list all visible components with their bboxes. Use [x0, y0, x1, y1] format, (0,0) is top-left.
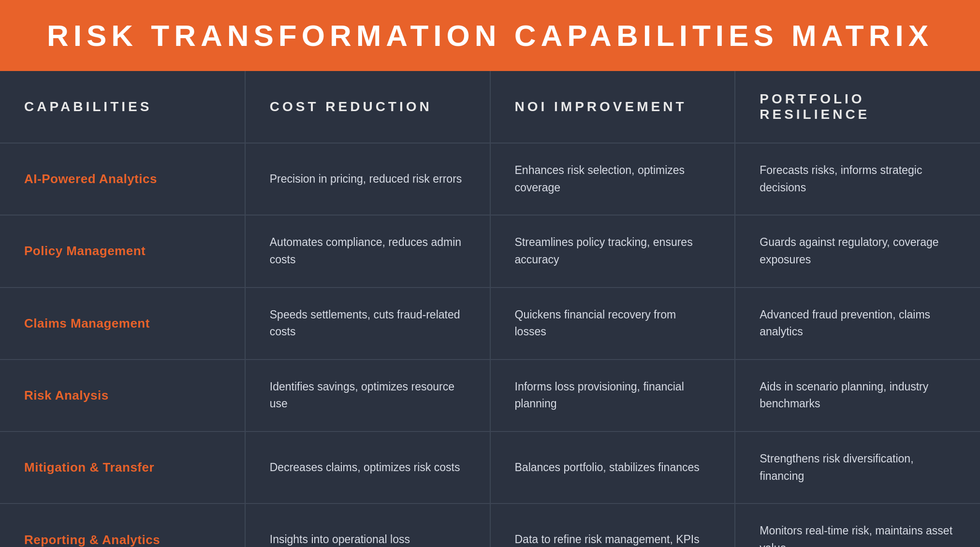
noi-improvement-cell: Enhances risk selection, optimizes cover… — [490, 143, 735, 215]
table-row: Policy ManagementAutomates compliance, r… — [0, 215, 980, 287]
portfolio-resilience-text: Guards against regulatory, coverage expo… — [760, 236, 938, 266]
noi-improvement-cell: Quickens financial recovery from losses — [490, 288, 735, 360]
capabilities-matrix: CAPABILITIES COST REDUCTION NOI IMPROVEM… — [0, 71, 980, 547]
table-row: AI-Powered AnalyticsPrecision in pricing… — [0, 143, 980, 215]
cost-reduction-text: Decreases claims, optimizes risk costs — [270, 461, 460, 474]
portfolio-resilience-cell: Advanced fraud prevention, claims analyt… — [735, 288, 980, 360]
portfolio-resilience-text: Strengthens risk diversification, financ… — [760, 452, 913, 482]
capability-cell: AI-Powered Analytics — [0, 143, 245, 215]
noi-improvement-cell: Streamlines policy tracking, ensures acc… — [490, 215, 735, 287]
cost-reduction-text: Automates compliance, reduces admin cost… — [270, 236, 461, 266]
portfolio-resilience-cell: Aids in scenario planning, industry benc… — [735, 360, 980, 432]
table-row: Mitigation & TransferDecreases claims, o… — [0, 432, 980, 504]
table-row: Claims ManagementSpeeds settlements, cut… — [0, 288, 980, 360]
cost-reduction-cell: Precision in pricing, reduced risk error… — [245, 143, 490, 215]
table-row: Risk AnalysisIdentifies savings, optimiz… — [0, 360, 980, 432]
capability-label: Claims Management — [24, 316, 150, 331]
capability-cell: Policy Management — [0, 215, 245, 287]
portfolio-resilience-cell: Guards against regulatory, coverage expo… — [735, 215, 980, 287]
capability-cell: Reporting & Analytics — [0, 504, 245, 547]
cost-reduction-cell: Identifies savings, optimizes resource u… — [245, 360, 490, 432]
portfolio-resilience-text: Aids in scenario planning, industry benc… — [760, 380, 928, 410]
capability-label: Policy Management — [24, 244, 146, 258]
portfolio-resilience-cell: Monitors real-time risk, maintains asset… — [735, 504, 980, 547]
portfolio-resilience-cell: Forecasts risks, informs strategic decis… — [735, 143, 980, 215]
portfolio-resilience-text: Forecasts risks, informs strategic decis… — [760, 164, 922, 194]
page-header: RISK TRANSFORMATION CAPABILITIES MATRIX — [0, 0, 980, 71]
col-header-portfolio-resilience: PORTFOLIO RESILIENCE — [735, 71, 980, 143]
cost-reduction-text: Speeds settlements, cuts fraud-related c… — [270, 308, 460, 338]
noi-improvement-text: Informs loss provisioning, financial pla… — [515, 380, 684, 410]
cost-reduction-cell: Decreases claims, optimizes risk costs — [245, 432, 490, 504]
cost-reduction-cell: Insights into operational loss — [245, 504, 490, 547]
capability-label: AI-Powered Analytics — [24, 172, 157, 186]
col-header-cost-reduction: COST REDUCTION — [245, 71, 490, 143]
noi-improvement-cell: Balances portfolio, stabilizes finances — [490, 432, 735, 504]
noi-improvement-text: Streamlines policy tracking, ensures acc… — [515, 236, 693, 266]
noi-improvement-text: Data to refine risk management, KPIs — [515, 533, 700, 546]
noi-improvement-text: Balances portfolio, stabilizes finances — [515, 461, 700, 474]
capability-label: Reporting & Analytics — [24, 533, 160, 547]
portfolio-resilience-text: Monitors real-time risk, maintains asset… — [760, 524, 952, 547]
noi-improvement-cell: Data to refine risk management, KPIs — [490, 504, 735, 547]
portfolio-resilience-text: Advanced fraud prevention, claims analyt… — [760, 308, 930, 338]
capability-label: Mitigation & Transfer — [24, 460, 154, 475]
column-headers: CAPABILITIES COST REDUCTION NOI IMPROVEM… — [0, 71, 980, 143]
col-header-capabilities: CAPABILITIES — [0, 71, 245, 143]
capability-cell: Claims Management — [0, 288, 245, 360]
cost-reduction-cell: Speeds settlements, cuts fraud-related c… — [245, 288, 490, 360]
noi-improvement-cell: Informs loss provisioning, financial pla… — [490, 360, 735, 432]
capability-cell: Risk Analysis — [0, 360, 245, 432]
noi-improvement-text: Enhances risk selection, optimizes cover… — [515, 164, 685, 194]
matrix-container: CAPABILITIES COST REDUCTION NOI IMPROVEM… — [0, 71, 980, 547]
capability-label: Risk Analysis — [24, 388, 109, 403]
col-header-noi-improvement: NOI IMPROVEMENT — [490, 71, 735, 143]
noi-improvement-text: Quickens financial recovery from losses — [515, 308, 676, 338]
table-row: Reporting & AnalyticsInsights into opera… — [0, 504, 980, 547]
cost-reduction-cell: Automates compliance, reduces admin cost… — [245, 215, 490, 287]
cost-reduction-text: Precision in pricing, reduced risk error… — [270, 173, 462, 185]
portfolio-resilience-cell: Strengthens risk diversification, financ… — [735, 432, 980, 504]
cost-reduction-text: Identifies savings, optimizes resource u… — [270, 380, 454, 410]
page-title: RISK TRANSFORMATION CAPABILITIES MATRIX — [29, 18, 951, 53]
cost-reduction-text: Insights into operational loss — [270, 533, 410, 546]
capability-cell: Mitigation & Transfer — [0, 432, 245, 504]
